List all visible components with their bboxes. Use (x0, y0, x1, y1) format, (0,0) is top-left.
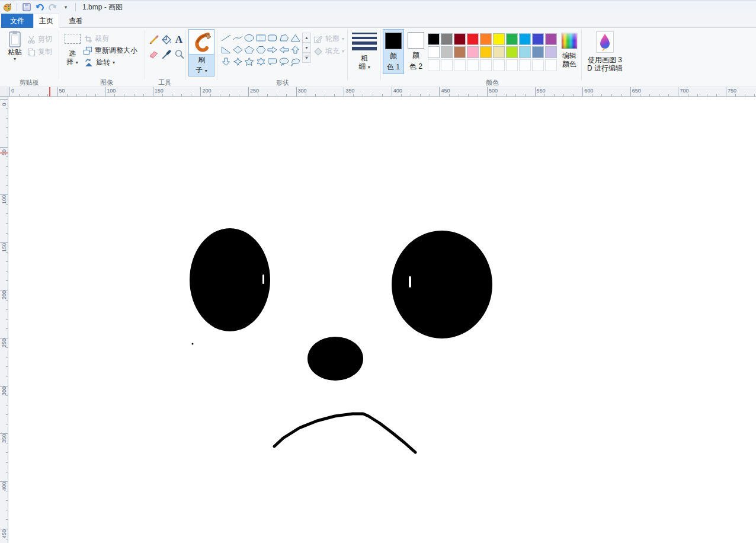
shape-callout-oval-icon[interactable] (278, 56, 290, 67)
color2-label: 颜 (412, 51, 419, 60)
palette-color-3f48cc[interactable] (532, 33, 544, 45)
palette-color-ffc90e[interactable] (480, 46, 492, 58)
shape-arrow-right-icon[interactable] (267, 44, 278, 55)
shape-callout-cloud-icon[interactable] (290, 56, 301, 67)
palette-color-ffaec9[interactable] (467, 46, 479, 58)
shape-rectangle-icon[interactable] (255, 32, 267, 43)
shape-star-4-icon[interactable] (232, 56, 244, 67)
tab-view[interactable]: 查看 (59, 14, 92, 28)
size-dropdown-icon: ▾ (368, 65, 370, 70)
palette-empty-slot[interactable] (454, 59, 466, 71)
palette-empty-slot[interactable] (519, 59, 531, 71)
palette-color-c3c3c3[interactable] (441, 46, 453, 58)
shape-polygon-icon[interactable] (278, 32, 290, 43)
text-tool[interactable]: A (174, 33, 184, 45)
redo-icon[interactable] (47, 2, 58, 12)
mouth-curve (274, 414, 415, 452)
palette-color-c8bfe7[interactable] (545, 46, 557, 58)
shape-arrow-up-icon[interactable] (290, 44, 301, 55)
rotate-button[interactable]: 旋转 ▾ (84, 58, 115, 68)
shape-hexagon-icon[interactable] (255, 44, 267, 55)
palette-color-b97a57[interactable] (454, 46, 466, 58)
shape-triangle-icon[interactable] (290, 32, 301, 43)
shape-diamond-icon[interactable] (232, 44, 244, 55)
color2-button[interactable]: 颜 色 2 (405, 29, 427, 74)
palette-empty-slot[interactable] (493, 59, 505, 71)
palette-color-880015[interactable] (454, 33, 466, 45)
select-button[interactable]: 选 择 ▾ (62, 31, 83, 67)
size-button[interactable]: 粗 细 ▾ (350, 31, 379, 72)
palette-color-22b14c[interactable] (506, 33, 518, 45)
palette-empty-slot[interactable] (532, 59, 544, 71)
paste-button[interactable]: 粘贴 ▾ (5, 30, 25, 62)
palette-color-efe4b0[interactable] (493, 46, 505, 58)
palette-color-fff200[interactable] (493, 33, 505, 45)
palette-color-99d9ea[interactable] (519, 46, 531, 58)
ruler-tick (678, 87, 678, 96)
shape-curve-icon[interactable] (232, 32, 244, 43)
ruler-label: 0 (11, 88, 14, 94)
tab-file[interactable]: 文件 (1, 14, 33, 28)
ruler-tick (6, 319, 8, 320)
ruler-tick (582, 87, 583, 96)
pencil-tool[interactable] (148, 34, 159, 46)
palette-empty-slot[interactable] (428, 59, 440, 71)
palette-color-00a2e8[interactable] (519, 33, 531, 45)
tab-home[interactable]: 主页 (33, 14, 59, 28)
palette-empty-slot[interactable] (441, 59, 453, 71)
shape-fill-button[interactable]: 填充 ▾ (313, 46, 344, 56)
palette-color-7092be[interactable] (532, 46, 544, 58)
shape-line-icon[interactable] (220, 32, 232, 43)
palette-empty-slot[interactable] (467, 59, 479, 71)
shape-pentagon-icon[interactable] (244, 44, 255, 55)
shape-oval-icon[interactable] (244, 32, 255, 43)
palette-empty-slot[interactable] (480, 59, 492, 71)
save-icon[interactable] (21, 2, 32, 12)
brushes-button[interactable]: 刷 子 ▾ (188, 29, 214, 76)
color1-button[interactable]: 颜 色 1 (383, 29, 404, 74)
palette-color-ed1c24[interactable] (467, 33, 479, 45)
palette-color-000000[interactable] (428, 33, 440, 45)
palette-empty-slot[interactable] (545, 59, 557, 71)
outline-dropdown-icon: ▾ (342, 36, 344, 41)
shape-arrow-left-icon[interactable] (278, 44, 290, 55)
eraser-tool[interactable] (148, 49, 159, 60)
ruler-vertical: 050100150200250300350400450 (0, 97, 8, 543)
palette-color-b5e61d[interactable] (506, 46, 518, 58)
shape-star-6-icon[interactable] (255, 56, 267, 67)
color1-label2: 色 1 (387, 63, 400, 72)
clipboard-group-label: 剪贴板 (20, 78, 39, 87)
edit-with-paint3d-button[interactable]: 使用画图 3 D 进行编辑 (584, 31, 626, 72)
fill-tool[interactable] (161, 34, 172, 46)
drawing-canvas[interactable] (8, 97, 756, 543)
shapes-scroll-up-icon[interactable]: ▲ (302, 33, 311, 43)
crop-button[interactable]: 裁剪 (84, 34, 109, 44)
edit-colors-button[interactable]: 编辑 颜色 (559, 33, 579, 68)
shape-right-triangle-icon[interactable] (220, 44, 232, 55)
ruler-tick (496, 94, 497, 96)
undo-icon[interactable] (34, 2, 45, 12)
shape-rounded-rectangle-icon[interactable] (267, 32, 278, 43)
shape-star-5-icon[interactable] (244, 56, 255, 67)
shape-callout-rounded-icon[interactable] (267, 56, 278, 67)
ribbon: 粘贴 ▾ 剪切 复制 剪贴板 选 择 ▾ 裁剪 重新调整大小 旋转 (0, 28, 756, 87)
shapes-more-icon[interactable]: ▼ (302, 53, 311, 63)
palette-color-ffffff[interactable] (428, 46, 440, 58)
copy-button[interactable]: 复制 (27, 47, 52, 57)
paint3d-icon (596, 31, 614, 53)
ruler-tick (745, 94, 745, 96)
shapes-scroll-down-icon[interactable]: ▼ (302, 43, 311, 53)
shape-outline-button[interactable]: 轮廓 ▾ (313, 34, 344, 44)
ruler-tick (47, 94, 48, 96)
shape-arrow-down-icon[interactable] (220, 56, 232, 67)
palette-empty-slot[interactable] (506, 59, 518, 71)
palette-color-ff7f27[interactable] (480, 33, 492, 45)
color-picker-tool[interactable] (161, 49, 172, 60)
resize-button[interactable]: 重新调整大小 (83, 46, 137, 56)
palette-color-a349a4[interactable] (545, 33, 557, 45)
palette-color-7f7f7f[interactable] (441, 33, 453, 45)
quick-access-dropdown-icon[interactable]: ▾ (60, 2, 71, 12)
magnifier-tool[interactable] (174, 49, 185, 60)
ruler-tick (6, 166, 8, 167)
cut-button[interactable]: 剪切 (27, 34, 52, 44)
